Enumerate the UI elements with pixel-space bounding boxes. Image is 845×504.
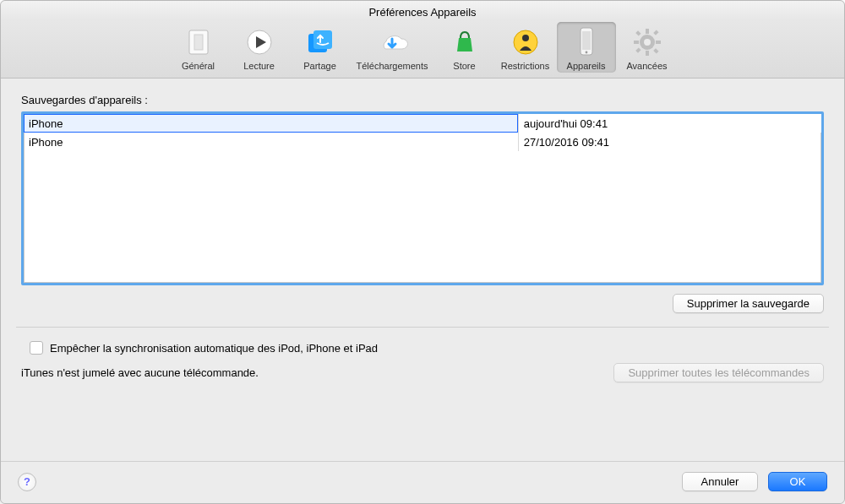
tab-label: Restrictions [501,61,549,71]
general-icon [182,25,215,59]
delete-all-remotes-button: Supprimer toutes les télécommandes [613,363,824,382]
tab-general[interactable]: Général [169,22,228,73]
svg-rect-1 [194,35,203,50]
backups-table[interactable]: iPhone aujourd'hui 09:41 iPhone 27/10/20… [21,111,824,285]
svg-point-10 [585,51,587,54]
store-icon [448,25,482,59]
tab-label: Store [453,61,475,71]
phone-icon [570,25,603,59]
tab-label: Appareils [567,61,606,71]
backup-date-cell: aujourd'hui 09:41 [518,114,821,133]
tab-restrictions[interactable]: Restrictions [496,22,555,73]
prevent-sync-label: Empêcher la synchronisation automatique … [50,342,378,355]
tab-label: Partage [303,61,336,71]
tab-label: Général [182,61,215,71]
svg-rect-9 [582,31,591,50]
table-row[interactable]: iPhone aujourd'hui 09:41 [24,114,821,133]
divider [16,327,829,328]
tab-devices[interactable]: Appareils [557,22,616,73]
tab-playback[interactable]: Lecture [230,22,289,73]
tab-advanced[interactable]: Avancées [618,22,677,73]
window-title: Préférences Appareils [1,1,844,20]
remote-status-text: iTunes n'est jumelé avec aucune télécomm… [21,366,259,379]
restrictions-icon [509,25,542,59]
svg-rect-5 [313,30,332,49]
help-button[interactable]: ? [18,473,36,491]
backup-date-cell: 27/10/2016 09:41 [518,133,821,151]
tab-label: Lecture [243,61,275,71]
svg-rect-19 [653,30,658,35]
svg-rect-14 [646,51,649,56]
cancel-button[interactable]: Annuler [682,472,758,491]
tab-downloads[interactable]: Téléchargements [352,22,433,73]
tab-sharing[interactable]: Partage [291,22,350,73]
svg-rect-17 [635,30,641,35]
backup-name-cell: iPhone [24,114,518,133]
table-row[interactable]: iPhone 27/10/2016 09:41 [24,133,821,151]
delete-backup-button[interactable]: Supprimer la sauvegarde [673,294,824,313]
svg-rect-15 [634,41,639,44]
ok-button[interactable]: OK [768,472,827,491]
preferences-toolbar: Général Lecture Partage Téléchargements [1,20,844,79]
svg-rect-13 [646,29,649,34]
backup-name-cell: iPhone [24,133,518,151]
svg-point-12 [644,39,651,46]
gear-icon [630,25,664,59]
download-icon [375,25,409,59]
preferences-window: Préférences Appareils Général Lecture Pa… [0,0,845,504]
prevent-sync-checkbox[interactable] [30,341,43,355]
tab-store[interactable]: Store [435,22,494,73]
svg-point-7 [522,35,529,41]
dialog-footer: ? Annuler OK [1,461,844,503]
svg-rect-16 [656,41,661,44]
content-area: Sauvegardes d'appareils : iPhone aujourd… [1,79,844,461]
prevent-sync-row[interactable]: Empêcher la synchronisation automatique … [30,341,824,355]
play-icon [243,25,276,59]
tab-label: Téléchargements [357,61,428,71]
tab-label: Avancées [626,61,667,71]
svg-rect-20 [635,47,641,52]
backups-heading: Sauvegardes d'appareils : [21,94,824,106]
svg-rect-18 [653,48,658,53]
sharing-icon [303,25,337,59]
